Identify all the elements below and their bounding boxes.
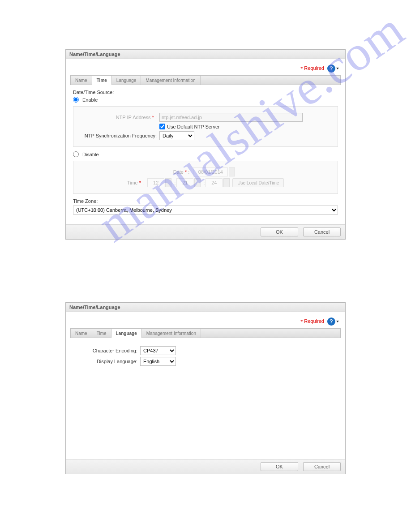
required-indicator-2: * Required ?	[70, 317, 341, 328]
display-language-select[interactable]: English	[140, 357, 176, 366]
date-label: Date	[173, 169, 184, 175]
tab-language[interactable]: Language	[112, 76, 141, 85]
tab-language-2[interactable]: Language	[111, 328, 142, 338]
footer-2: OK Cancel	[66, 459, 345, 474]
date-picker-icon	[229, 167, 235, 176]
footer: OK Cancel	[66, 224, 345, 239]
sync-freq-label: NTP Synchronization Frequency:	[79, 133, 159, 138]
radio-disable-label: Disable	[82, 152, 99, 157]
tab-management-info-2[interactable]: Management Information	[142, 329, 201, 338]
tabs-2: Name Time Language Management Informatio…	[70, 328, 341, 338]
panel-title-2: Name/Time/Language	[66, 303, 345, 312]
panel-time: Name/Time/Language * Required ? Name Tim…	[65, 49, 346, 240]
time-hh: 12	[147, 178, 164, 187]
time-ss: 24	[206, 178, 223, 187]
tab-time-2[interactable]: Time	[92, 329, 111, 338]
tab-name-2[interactable]: Name	[71, 329, 92, 338]
sync-freq-select[interactable]: Daily	[159, 131, 194, 140]
timezone-label: Time Zone:	[73, 198, 338, 204]
radio-enable-label: Enable	[82, 97, 98, 103]
enable-box: NTP IP Address * : Use Default NTP Serve…	[73, 106, 338, 147]
ok-button[interactable]: OK	[261, 227, 298, 236]
radio-enable[interactable]	[73, 97, 79, 103]
ntp-ip-input	[159, 113, 303, 122]
help-dropdown-caret-2[interactable]	[336, 321, 339, 322]
panel-title: Name/Time/Language	[66, 50, 345, 59]
time-mm: 21	[176, 178, 193, 187]
ss-stepper	[223, 178, 230, 187]
date-input: 08/01/2014	[193, 167, 228, 176]
display-language-label: Display Language:	[73, 359, 140, 364]
help-icon-2[interactable]: ?	[327, 317, 335, 326]
char-encoding-label: Character Encoding:	[73, 348, 140, 353]
tab-management-info[interactable]: Management Information	[141, 76, 200, 85]
required-indicator: * Required ?	[70, 64, 341, 75]
tab-name[interactable]: Name	[71, 76, 92, 85]
ok-button-2[interactable]: OK	[261, 462, 298, 471]
mm-stepper	[194, 178, 201, 187]
tabs: Name Time Language Management Informatio…	[70, 75, 341, 85]
use-default-ntp-checkbox[interactable]	[159, 124, 165, 129]
radio-disable[interactable]	[73, 151, 79, 157]
panel-language: Name/Time/Language * Required ? Name Tim…	[65, 302, 346, 474]
cancel-button-2[interactable]: Cancel	[303, 462, 341, 471]
cancel-button[interactable]: Cancel	[303, 227, 341, 236]
tab-time[interactable]: Time	[92, 75, 112, 85]
time-label: Time	[127, 180, 138, 185]
use-local-datetime-button: Use Local Date/Time	[232, 178, 284, 187]
help-dropdown-caret[interactable]	[336, 68, 339, 69]
ntp-ip-label: NTP IP Address	[116, 115, 151, 120]
use-default-ntp-label: Use Default NTP Server	[167, 124, 220, 129]
char-encoding-select[interactable]: CP437	[140, 346, 176, 355]
hh-stepper	[165, 178, 171, 187]
date-time-source-label: Date/Time Source:	[73, 90, 338, 95]
timezone-select[interactable]: (UTC+10:00) Canberra, Melbourne, Sydney	[73, 206, 338, 215]
disable-box: Date * : 08/01/2014 Time * : 12 : 21 : 2…	[73, 161, 338, 194]
help-icon[interactable]: ?	[327, 64, 335, 73]
